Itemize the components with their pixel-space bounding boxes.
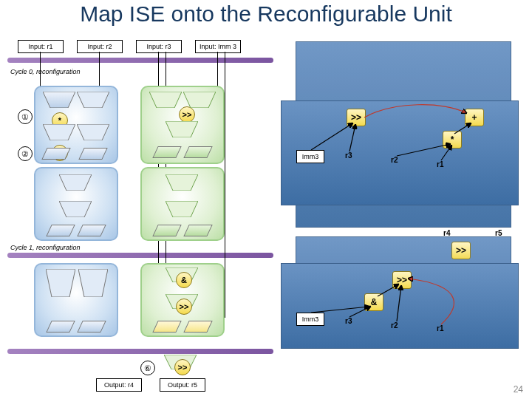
fu-group-c1-b: & >>: [140, 263, 225, 337]
alu-trapezoid: [166, 174, 198, 191]
fu-group-b2: [140, 167, 225, 241]
dfg-edges: [282, 264, 518, 348]
alu-trapezoid: [166, 201, 198, 217]
alu-trapezoid: [59, 201, 92, 217]
svg-marker-1: [77, 92, 109, 108]
alu-trapezoid: [166, 121, 198, 137]
svg-marker-6: [166, 121, 198, 137]
svg-marker-9: [166, 174, 198, 191]
svg-marker-5: [183, 92, 216, 108]
alu-trapezoid: [149, 92, 182, 108]
page-number: 24: [514, 384, 523, 395]
reg-parallelogram: [77, 225, 106, 236]
svg-marker-2: [43, 124, 75, 140]
dfg-panel-2: >> & Imm3 r3 r2 r1: [281, 263, 519, 349]
reg-parallelogram: [78, 148, 107, 160]
output-r5: Output: r5: [160, 378, 205, 392]
dfg-panel-1: >> + * Imm3 r3 r2 r1: [281, 100, 519, 205]
op-shr: >>: [174, 359, 191, 375]
input-r1: Input: r1: [18, 40, 64, 53]
svg-marker-11: [46, 269, 75, 297]
alu-trapezoid: [78, 269, 108, 297]
cycle0-label: Cycle 0, reconfiguration: [10, 68, 81, 75]
op-shr: >>: [179, 106, 195, 123]
fu-group-a2: [34, 167, 118, 241]
alu-trapezoid: [59, 174, 92, 191]
cycle1-label: Cycle 1, reconfiguration: [10, 244, 81, 251]
node-shr: >>: [451, 242, 471, 259]
reg-parallelogram: [152, 146, 181, 158]
op-and: &: [176, 272, 192, 288]
alu-trapezoid: [183, 92, 216, 108]
reg-parallelogram: [183, 225, 212, 236]
wire: [225, 52, 225, 318]
svg-marker-8: [59, 201, 92, 217]
input-r2: Input: r2: [77, 40, 123, 53]
svg-marker-7: [59, 174, 92, 191]
output-r4: Output: r4: [96, 378, 142, 392]
step-6: ⑥: [140, 361, 155, 375]
svg-marker-12: [78, 269, 108, 297]
input-r3: Input: r3: [136, 40, 182, 53]
reg-parallelogram: [152, 321, 181, 332]
reg-parallelogram: [183, 146, 212, 158]
fu-group-a: * +: [34, 86, 118, 164]
reg-parallelogram: [46, 225, 75, 236]
dfg-edges: [282, 101, 518, 205]
reg-parallelogram: [152, 225, 181, 236]
page-title: Map ISE onto the Reconfigurable Unit: [0, 1, 532, 27]
svg-marker-10: [166, 201, 198, 217]
reg-parallelogram: [183, 321, 212, 332]
step-2: ②: [18, 146, 33, 161]
bus-top: [7, 58, 273, 63]
reg-parallelogram: [46, 321, 75, 332]
alu-trapezoid: [46, 269, 75, 297]
reg-parallelogram: [77, 321, 106, 332]
bus-mid: [7, 253, 273, 258]
op-shr: >>: [176, 299, 192, 315]
fu-group-b: >>: [140, 86, 225, 164]
bus-bot: [7, 349, 273, 354]
svg-marker-0: [43, 92, 75, 108]
alu-trapezoid: [77, 124, 109, 140]
fu-group-c1-a: [34, 263, 118, 337]
svg-marker-4: [149, 92, 182, 108]
alu-trapezoid: [43, 92, 75, 108]
alu-trapezoid: [43, 124, 75, 140]
alu-trapezoid: [77, 92, 109, 108]
input-imm3: Input: Imm 3: [195, 40, 241, 53]
svg-marker-3: [77, 124, 109, 140]
step-1: ①: [18, 109, 33, 124]
